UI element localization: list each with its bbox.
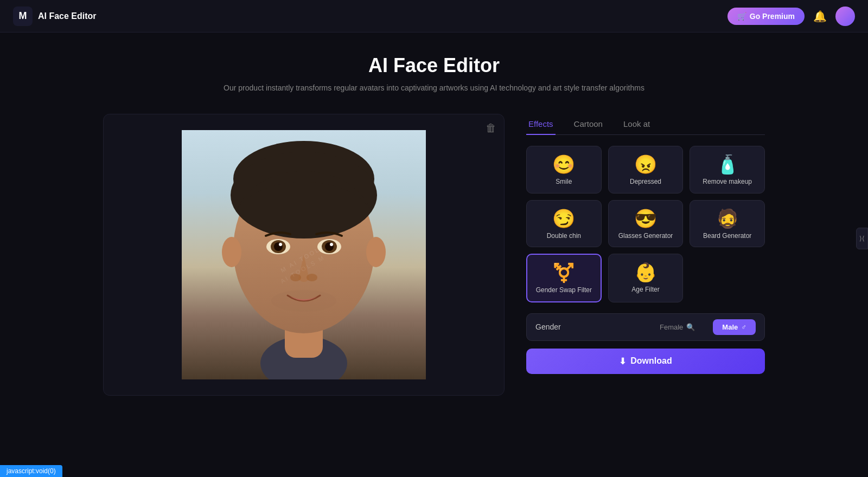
notifications-icon[interactable]: 🔔 <box>813 10 827 23</box>
collapse-icon: ⟩⟨ <box>859 235 865 242</box>
app-logo: M <box>13 7 33 26</box>
effect-depressed[interactable]: 😠 Depressed <box>608 146 684 194</box>
glasses-label: Glasses Generator <box>618 232 673 241</box>
effect-smile[interactable]: 😊 Smile <box>526 146 602 194</box>
gender-row: Gender Female 🔍 Male ♂ <box>526 313 765 341</box>
svg-point-5 <box>231 152 377 238</box>
gender-female-option[interactable]: Female 🔍 <box>650 319 704 335</box>
download-icon: ⬇ <box>619 356 626 366</box>
svg-point-17 <box>222 237 241 267</box>
app-header: M AI Face Editor 🛒 Go Premium 🔔 <box>0 0 868 33</box>
effects-grid: 😊 Smile 😠 Depressed 🧴 Remove makeup 😏 Do… <box>526 146 765 302</box>
double-chin-emoji: 😏 <box>552 209 575 228</box>
svg-point-16 <box>271 290 336 312</box>
header-right: 🛒 Go Premium 🔔 <box>727 7 855 26</box>
user-avatar[interactable] <box>835 7 855 26</box>
depressed-label: Depressed <box>630 178 661 186</box>
svg-point-13 <box>330 243 333 246</box>
tab-cartoon[interactable]: Cartoon <box>572 114 605 135</box>
effect-gender-swap[interactable]: ⚧️ Gender Swap Filter <box>526 254 602 302</box>
header-left: M AI Face Editor <box>13 7 97 26</box>
tab-look-at[interactable]: Look at <box>621 114 652 135</box>
depressed-emoji: 😠 <box>634 155 657 173</box>
svg-point-9 <box>279 243 282 246</box>
gender-label: Gender <box>535 323 642 331</box>
gender-male-option[interactable]: Male ♂ <box>713 319 756 335</box>
main-content: AI Face Editor Our product instantly tra… <box>0 33 868 396</box>
delete-icon[interactable]: 🗑 <box>486 122 496 134</box>
right-panel: Effects Cartoon Look at 😊 Smile 😠 Depres… <box>526 114 765 374</box>
gender-swap-emoji: ⚧️ <box>552 263 575 282</box>
glasses-emoji: 😎 <box>634 209 657 228</box>
gender-swap-label: Gender Swap Filter <box>536 286 592 295</box>
collapse-handle[interactable]: ⟩⟨ <box>856 228 868 249</box>
svg-point-18 <box>366 237 386 267</box>
content-area: 🗑 <box>81 114 787 396</box>
male-icon: ♂ <box>741 323 746 331</box>
search-icon: 🔍 <box>686 323 695 331</box>
premium-button[interactable]: 🛒 Go Premium <box>727 8 805 25</box>
app-title: AI Face Editor <box>38 11 97 21</box>
svg-point-15 <box>307 274 317 281</box>
age-filter-emoji: 👶 <box>634 263 657 281</box>
download-button[interactable]: ⬇ Download <box>526 349 765 374</box>
smile-label: Smile <box>556 178 572 186</box>
image-panel: 🗑 <box>103 114 505 396</box>
female-label: Female <box>660 323 683 331</box>
effect-age-filter[interactable]: 👶 Age Filter <box>608 254 684 302</box>
beard-emoji: 🧔 <box>716 209 739 228</box>
effect-glasses-generator[interactable]: 😎 Glasses Generator <box>608 200 684 248</box>
cart-icon: 🛒 <box>737 12 746 21</box>
face-svg: M AI TOOLS AI TOOLS M <box>182 130 426 379</box>
effect-remove-makeup[interactable]: 🧴 Remove makeup <box>690 146 765 194</box>
smile-emoji: 😊 <box>552 155 575 173</box>
double-chin-label: Double chin <box>547 232 581 241</box>
face-image: M AI TOOLS AI TOOLS M <box>182 130 426 379</box>
effect-double-chin[interactable]: 😏 Double chin <box>526 200 602 248</box>
remove-makeup-label: Remove makeup <box>703 178 752 186</box>
remove-makeup-emoji: 🧴 <box>716 155 739 173</box>
beard-label: Beard Generator <box>703 232 751 241</box>
effect-beard-generator[interactable]: 🧔 Beard Generator <box>690 200 765 248</box>
page-subtitle: Our product instantly transforms regular… <box>224 83 644 92</box>
tabs-bar: Effects Cartoon Look at <box>526 114 765 135</box>
age-filter-label: Age Filter <box>631 286 659 294</box>
male-label: Male <box>722 323 738 331</box>
page-title: AI Face Editor <box>368 54 500 77</box>
status-bar: javascript:void(0) <box>0 465 62 477</box>
tab-effects[interactable]: Effects <box>526 114 556 135</box>
